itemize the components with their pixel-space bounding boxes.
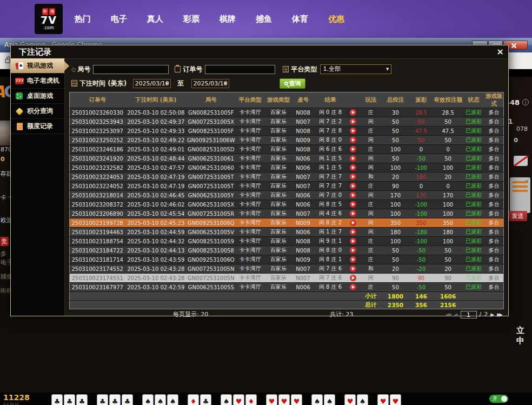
table-row[interactable]: 250310023218014 2025-03-10 02:46:45 GN00… [70,191,504,200]
cell-order-no: 250310023174551 [70,274,125,283]
table-row[interactable]: 250310023174551 2025-03-10 02:43:28 GN00… [70,274,504,283]
table-row[interactable]: 250310023194463 2025-03-10 02:44:59 GN00… [70,228,504,237]
cell-round-no: GN0062531005X [187,200,235,209]
cell-payout: 160 [409,172,433,182]
cell-order-no: 250310023241920 [70,154,125,163]
sidebar-item-额度记录[interactable]: 额度记录 [11,119,64,134]
replay-play-icon[interactable] [350,192,356,198]
replay-play-icon[interactable] [350,247,356,254]
table-row[interactable]: 250310023208372 2025-03-10 02:46:02 GN00… [70,200,504,209]
replay-play-icon[interactable] [350,164,356,171]
replay-play-icon[interactable] [350,155,356,162]
playing-card: ♥ [344,394,356,405]
page-number-input[interactable]: 1 [461,311,477,318]
cell-game-mode: 多台 [484,191,503,200]
replay-play-icon[interactable] [350,174,356,180]
table-row[interactable]: 250310023253943 2025-03-10 02:49:37 GN00… [70,117,504,127]
send-button[interactable]: 发送 [508,211,527,221]
replay-play-icon[interactable] [350,210,356,217]
cell-play-method: 闲 [360,154,382,163]
sidebar-item-电子老虎机[interactable]: 电子老虎机 [11,74,64,89]
last-page-icon[interactable]: ▶▶ [497,312,503,317]
table-row[interactable]: 250310023206890 2025-03-10 02:45:54 GN00… [70,209,504,218]
nav-item-live[interactable]: 真人 [147,14,163,24]
cell-play-method: 庄 [360,127,382,136]
playing-card: ♥ [390,394,401,405]
replay-play-icon[interactable] [350,146,356,152]
cell-game-mode: 多台 [484,283,503,292]
sidebar-item-桌面游戏[interactable]: 桌面游戏 [11,89,64,104]
table-row[interactable]: 250310023241920 2025-03-10 02:48:44 GN00… [70,154,504,163]
site-logo[interactable]: 申 博 7V .com [35,4,63,34]
table-row[interactable]: 250310023224053 2025-03-10 02:47:19 GN00… [70,172,504,182]
table-row[interactable]: 250310023188754 2025-03-10 02:44:32 GN00… [70,237,504,246]
nav-item-lottery[interactable]: 彩票 [183,14,200,24]
sidebar-item-积分查询[interactable]: 积分查询 [11,104,64,119]
cell-game-type: 百家乐 [265,274,292,283]
date-to-picker[interactable]: 2025/03/10▼ [191,79,229,88]
cell-round-no: GN0092531006O [187,255,235,264]
table-row[interactable]: 250310023199728 2025-03-10 02:45:23 GN00… [70,218,504,228]
next-page-icon[interactable]: ▶ [490,312,494,317]
nav-item-board[interactable]: 棋牌 [220,14,236,24]
replay-play-icon[interactable] [350,109,356,116]
replay-play-icon[interactable] [350,220,356,226]
clipboard-icon [175,66,181,72]
table-row[interactable]: 250310023224052 2025-03-10 02:47:19 GN00… [70,182,504,191]
replay-play-icon[interactable] [350,238,356,244]
nav-item-fishing[interactable]: 捕鱼 [256,14,272,24]
replay-play-icon[interactable] [350,265,356,272]
cell-result: 闲 8 庄 0 [314,136,346,145]
replay-play-icon[interactable] [350,128,356,134]
table-row[interactable]: 250310023246186 2025-03-10 02:49:01 GN00… [70,145,504,154]
sidebar-item-视讯游戏[interactable]: 视讯游戏 [11,58,64,74]
logo-text: 7V [41,15,57,25]
platform-select[interactable]: 1.全部▼ [320,64,391,74]
replay-play-icon[interactable] [350,275,356,281]
prev-page-icon[interactable]: ◀ [454,312,458,317]
round-input[interactable] [93,65,169,74]
nav-item-sports[interactable]: 体育 [292,14,308,24]
date-from-picker[interactable]: 2025/03/10▼ [133,79,171,88]
cell-valid-bet: 100 [433,209,463,218]
nav-item-promo[interactable]: 优惠 [328,14,344,24]
first-page-icon[interactable]: ◀◀ [445,312,451,317]
sidebar-item-label: 桌面游戏 [27,91,53,101]
table-row[interactable]: 250310023167977 2025-03-10 02:42:59 GN00… [70,283,504,292]
replay-play-icon[interactable] [350,137,356,143]
replay-play-icon[interactable] [350,229,356,235]
cell-bet-time: 2025-03-10 02:47:19 [125,182,187,191]
table-row[interactable]: 250310023250252 2025-03-10 02:49:22 GN00… [70,136,504,145]
nav-item-slots[interactable]: 电子 [111,14,127,24]
table-row[interactable]: 250310023253097 2025-03-10 02:49:33 GN00… [70,127,504,136]
sidebar-item-label: 积分查询 [27,107,53,116]
table-row[interactable]: 250310023174552 2025-03-10 02:43:28 GN00… [70,264,504,274]
cell-bet-time: 2025-03-10 02:42:59 [125,283,187,292]
order-input[interactable] [205,65,275,74]
search-icon [284,82,288,85]
cell-valid-bet: 350 [433,218,463,228]
cell-result: 闲 7 庄 7 [314,182,346,191]
playing-card: ♠ [155,394,166,405]
replay-play-icon[interactable] [350,201,356,208]
replay-play-icon[interactable] [350,118,356,125]
cell-round-no: GN00825310059 [187,237,235,246]
close-icon[interactable]: × [497,47,504,57]
cell-game-mode: 多台 [484,145,503,154]
replay-play-icon[interactable] [350,256,356,263]
cell-bet-time: 2025-03-10 02:49:01 [125,145,187,154]
table-row[interactable]: 250310023184722 2025-03-10 02:44:13 GN00… [70,246,504,255]
sound-toggle[interactable]: 开 [489,395,508,403]
search-button[interactable]: 查询 [280,78,305,89]
table-row[interactable]: 250310023260330 2025-03-10 02:50:08 GN00… [70,108,504,117]
cell-bet-time: 2025-03-10 02:47:19 [125,172,187,182]
cell-table-no: N009 [292,218,315,228]
cell-platform: 卡卡湾厅 [235,246,265,255]
table-row[interactable]: 250310023232582 2025-03-10 02:47:57 GN00… [70,163,504,172]
replay-play-icon[interactable] [350,183,356,189]
table-row[interactable]: 250310023181714 2025-03-10 02:43:59 GN00… [70,255,504,264]
chat-muted-icon[interactable] [514,156,528,166]
cell-status: 已派彩 [463,163,484,172]
nav-item-hot[interactable]: 热门 [75,14,91,24]
replay-play-icon[interactable] [350,284,356,290]
